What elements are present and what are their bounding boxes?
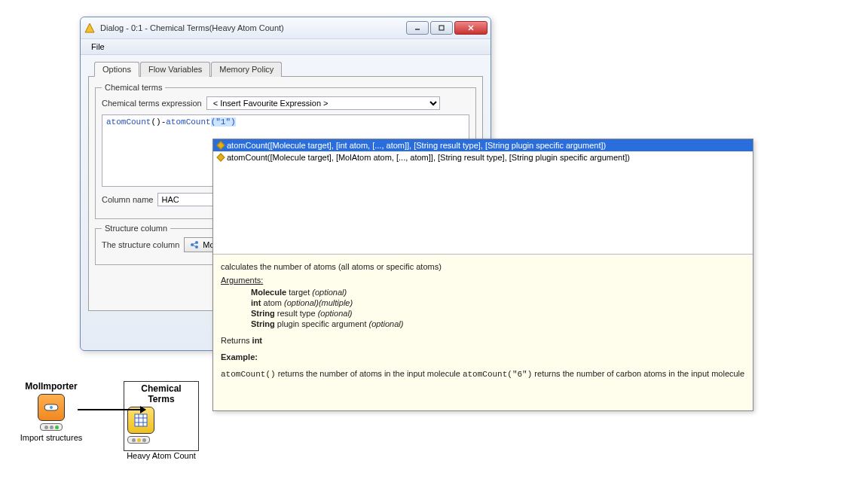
tab-flow-variables[interactable]: Flow Variables	[140, 62, 210, 77]
svg-rect-2	[439, 26, 444, 30]
node-connection	[78, 409, 145, 410]
svg-marker-0	[85, 23, 94, 32]
doc-arguments-title: Arguments:	[221, 276, 745, 285]
grid-icon	[134, 413, 148, 427]
doc-returns: Returns int	[221, 336, 745, 345]
tabs: Options Flow Variables Memory Policy	[88, 62, 483, 77]
doc-arguments: Molecule target (optional) int atom (opt…	[251, 288, 745, 328]
autocomplete-item[interactable]: atomCount([Molecule target], [MolAtom at…	[213, 151, 753, 163]
node-icon	[38, 394, 65, 421]
workflow-node-chemical-terms[interactable]: Chemical Terms Heavy Atom Count	[124, 381, 199, 460]
importer-icon	[44, 402, 59, 413]
autocomplete-item-text: atomCount([Molecule target], [int atom, …	[227, 141, 606, 150]
function-icon	[216, 141, 225, 149]
menubar: File	[81, 38, 491, 55]
svg-point-11	[50, 406, 53, 409]
legend-chemical-terms: Chemical terms	[102, 83, 165, 92]
svg-rect-12	[135, 414, 147, 426]
node-title: Chemical Terms	[127, 383, 195, 404]
function-icon	[216, 153, 225, 161]
doc-example-title: Example:	[221, 352, 258, 361]
autocomplete-list[interactable]: atomCount([Molecule target], [int atom, …	[213, 139, 753, 254]
titlebar[interactable]: Dialog - 0:1 - Chemical Terms(Heavy Atom…	[81, 17, 491, 38]
maximize-button[interactable]	[430, 21, 453, 35]
doc-example: atomCount() returns the number of atoms …	[221, 369, 745, 379]
autocomplete-item[interactable]: atomCount([Molecule target], [int atom, …	[213, 139, 753, 151]
label-structure-column: The structure column	[102, 240, 179, 249]
doc-summary: calculates the number of atoms (all atom…	[221, 262, 745, 271]
connection-arrow-icon	[140, 406, 146, 413]
node-caption: Import structures	[20, 433, 83, 442]
title-text: Dialog - 0:1 - Chemical Terms(Heavy Atom…	[100, 23, 406, 32]
autocomplete-doc: calculates the number of atoms (all atom…	[213, 254, 753, 410]
label-expression: Chemical terms expression	[102, 99, 202, 108]
label-column-name: Column name	[102, 195, 153, 204]
node-status	[40, 423, 63, 431]
close-button[interactable]	[454, 21, 487, 35]
minimize-button[interactable]	[406, 21, 429, 35]
node-title: MolImporter	[25, 381, 77, 392]
node-status	[127, 436, 150, 444]
autocomplete-item-text: atomCount([Molecule target], [MolAtom at…	[227, 153, 630, 162]
autocomplete-popup: atomCount([Molecule target], [int atom, …	[212, 139, 753, 411]
menu-file[interactable]: File	[85, 41, 111, 53]
tab-memory-policy[interactable]: Memory Policy	[211, 62, 282, 77]
app-icon	[84, 22, 96, 34]
expression-dropdown[interactable]: < Insert Favourite Expression >	[206, 96, 440, 110]
window-controls	[406, 21, 487, 35]
workflow-node-molimporter[interactable]: MolImporter Import structures	[14, 381, 89, 442]
legend-structure-column: Structure column	[102, 224, 170, 233]
tab-options[interactable]: Options	[94, 62, 139, 77]
molecule-icon	[189, 239, 200, 250]
node-caption: Heavy Atom Count	[127, 451, 196, 460]
